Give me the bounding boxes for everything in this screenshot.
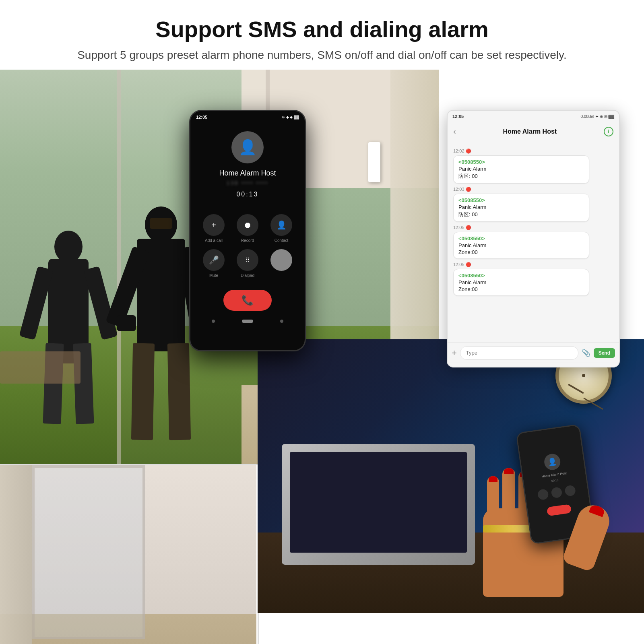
laptop-shape xyxy=(282,444,475,565)
clock-center-dot xyxy=(582,374,585,377)
sms-text-3b: Zone:00 xyxy=(458,249,584,255)
add-icon: + xyxy=(211,221,216,230)
info-icon: i xyxy=(608,128,609,134)
small-phone-end-call[interactable] xyxy=(547,504,572,516)
sms-input-bar: + 📎 Send xyxy=(448,343,619,363)
small-phone-avatar: 👤 xyxy=(543,453,561,471)
sms-number-3: <0508550> xyxy=(458,235,584,242)
call-status-time: 12:05 xyxy=(196,115,207,120)
sms-header: ‹ Home Alarm Host i xyxy=(448,122,619,141)
record-label: Record xyxy=(241,238,254,243)
add-call-button[interactable]: + Add a call xyxy=(200,214,227,243)
sms-messages-container: 12:02 🔴 <0508550> Panic Alarm 防区: 00 12:… xyxy=(448,141,619,343)
sms-text-1a: Panic Alarm xyxy=(458,166,584,172)
mute-label: Mute xyxy=(209,273,218,278)
speaker-icon-circle xyxy=(270,249,292,271)
sms-nav-home[interactable] xyxy=(528,367,538,368)
left-curtain xyxy=(0,465,32,644)
dialpad-label: Dialpad xyxy=(241,273,254,278)
sms-text-2b: 防区: 00 xyxy=(458,211,584,218)
sms-text-3a: Panic Alarm xyxy=(458,242,584,248)
page-subtitle: Support 5 groups preset alarm phone numb… xyxy=(24,49,620,62)
alarm-device xyxy=(368,142,380,182)
sms-plus-button[interactable]: + xyxy=(452,348,457,358)
sms-text-1b: 防区: 00 xyxy=(458,173,584,180)
record-button[interactable]: ⏺ Record xyxy=(234,214,261,243)
nav-recent[interactable] xyxy=(280,320,283,323)
sms-number-1: <0508550> xyxy=(458,159,584,165)
phone-status-bar: 12:05 ⊕ ◆ ◆ ▓▓ xyxy=(190,111,305,123)
sms-bubble-2: <0508550> Panic Alarm 防区: 00 xyxy=(453,194,589,222)
page-title: Support SMS and dialing alarm xyxy=(24,16,620,42)
sms-text-2a: Panic Alarm xyxy=(458,204,584,210)
sms-status-bar: 12:05 0.00B/s ✦ ⊕ ⊞ ▓▓ xyxy=(448,111,619,122)
nav-home[interactable] xyxy=(242,320,253,323)
contact-label: Contact xyxy=(275,238,288,243)
patio-bench xyxy=(0,351,80,384)
contact-icon: 👤 xyxy=(277,220,287,230)
sms-bubble-4: <0508550> Panic Alarm Zone:00 xyxy=(453,269,589,296)
bottom-right-scene: 👤 Home Alarm Host 00:13 xyxy=(258,339,644,613)
sms-number-2: <0508550> xyxy=(458,197,584,203)
sms-number-4: <0508550> xyxy=(458,272,584,279)
sms-timestamp-1: 12:02 🔴 xyxy=(453,149,613,154)
end-call-area: 📞 xyxy=(190,290,305,311)
small-phone-name: Home Alarm Host xyxy=(541,471,567,479)
sms-timestamp-2: 12:03 🔴 xyxy=(453,187,613,192)
sms-back-button[interactable]: ‹ xyxy=(453,127,456,136)
contact-button[interactable]: 👤 Contact xyxy=(268,214,295,243)
mute-icon-circle: 🎤 xyxy=(203,249,225,271)
clock-hour-hand xyxy=(568,384,584,394)
sms-nav-bar: • • xyxy=(448,363,619,367)
call-status-icons: ⊕ ◆ ◆ ▓▓ xyxy=(282,115,299,119)
speaker-button[interactable] xyxy=(268,249,295,278)
sms-bubble-1: <0508550> Panic Alarm 防区: 00 xyxy=(453,155,589,184)
end-call-icon: 📞 xyxy=(242,295,254,306)
contact-avatar: 👤 xyxy=(231,131,264,163)
dialpad-icon-circle: ⠿ xyxy=(237,249,258,271)
mute-icon: 🎤 xyxy=(209,255,219,265)
window-frame xyxy=(32,465,145,639)
sms-timestamp-3: 12:05 🔴 xyxy=(453,225,613,230)
sms-status-icons: 0.00B/s ✦ ⊕ ⊞ ▓▓ xyxy=(580,114,614,119)
hands-area: 👤 Home Alarm Host 00:13 xyxy=(459,400,612,601)
sms-contact-name: Home Alarm Host xyxy=(503,128,557,135)
record-icon-circle: ⏺ xyxy=(237,214,258,236)
end-call-button[interactable]: 📞 xyxy=(223,290,272,311)
sms-attachment-icon[interactable]: 📎 xyxy=(582,349,590,357)
sms-text-4a: Panic Alarm xyxy=(458,279,584,285)
intruder-1 xyxy=(36,231,101,464)
laptop-screen xyxy=(290,452,467,553)
avatar-icon: 👤 xyxy=(239,139,257,156)
dialpad-icon: ⠿ xyxy=(246,257,250,263)
phone-call-mockup: 12:05 ⊕ ◆ ◆ ▓▓ 👤 Home Alarm Host 138 •••… xyxy=(189,110,306,351)
sms-timestamp-4: 12:05 🔴 xyxy=(453,262,613,267)
call-timer: 00:13 xyxy=(190,191,305,198)
contact-icon-circle: 👤 xyxy=(270,214,292,236)
record-icon: ⏺ xyxy=(244,221,252,230)
sms-text-4b: Zone:00 xyxy=(458,286,584,292)
call-contact-number: 138 •••• •••• xyxy=(190,180,305,186)
sms-chat-mockup: 12:05 0.00B/s ✦ ⊕ ⊞ ▓▓ ‹ Home Alarm Host… xyxy=(447,110,620,367)
intruder-2 xyxy=(125,206,197,464)
sms-send-button[interactable]: Send xyxy=(594,348,615,358)
mute-button[interactable]: 🎤 Mute xyxy=(200,249,227,278)
sms-info-button[interactable]: i xyxy=(604,127,613,136)
header: Support SMS and dialing alarm Support 5 … xyxy=(0,0,644,70)
add-call-icon-circle: + xyxy=(203,214,225,236)
sms-bubble-3: <0508550> Panic Alarm Zone:00 xyxy=(453,232,589,259)
bottom-left-scene xyxy=(0,465,256,644)
content-area: 12:05 ⊕ ◆ ◆ ▓▓ 👤 Home Alarm Host 138 •••… xyxy=(0,70,644,613)
add-call-label: Add a call xyxy=(205,238,223,243)
page-container: Support SMS and dialing alarm Support 5 … xyxy=(0,0,644,644)
nav-back[interactable] xyxy=(212,320,215,323)
call-contact-name: Home Alarm Host xyxy=(190,169,305,178)
call-actions-grid: + Add a call ⏺ Record 👤 Contact xyxy=(190,206,305,286)
phone-nav-bar xyxy=(190,314,305,328)
sms-type-input[interactable] xyxy=(460,346,578,360)
call-avatar-area: 👤 xyxy=(190,131,305,163)
dialpad-button[interactable]: ⠿ Dialpad xyxy=(234,249,261,278)
sms-status-time: 12:05 xyxy=(452,114,464,119)
